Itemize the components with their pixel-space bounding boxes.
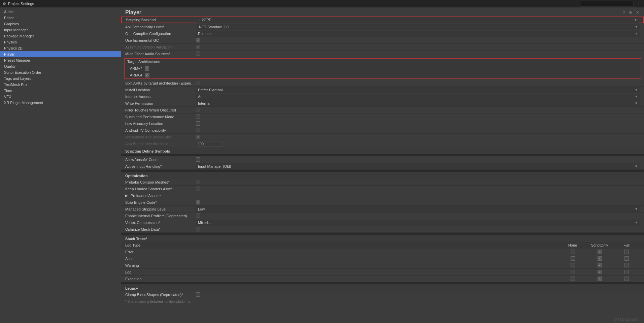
sidebar-item-audio[interactable]: Audio	[0, 9, 121, 15]
android-tv-checkbox[interactable]	[196, 128, 200, 132]
active-input-handling-dropdown[interactable]: Input Manager (Old) ▼	[196, 163, 640, 169]
content-area: Player ? ⚙ ✕ Scripting Backend IL2CPP ▼ …	[121, 7, 644, 323]
install-location-dropdown[interactable]: Prefer External ▼	[196, 87, 640, 93]
sidebar-item-tags-and-layers[interactable]: Tags and Layers	[0, 75, 121, 82]
search-input[interactable]	[580, 1, 634, 6]
error-none-checkbox[interactable]	[571, 250, 575, 254]
clamp-blendshapes-checkbox[interactable]	[196, 292, 200, 297]
vertex-compression-label: Vertex Compression*	[125, 221, 196, 225]
assembly-version-checkbox[interactable]	[196, 45, 200, 49]
assert-none-checkbox[interactable]	[571, 256, 575, 261]
low-accuracy-checkbox[interactable]	[196, 121, 200, 126]
stack-trace-label: Stack Trace*	[125, 237, 147, 241]
sidebar-item-package-manager[interactable]: Package Manager	[0, 33, 121, 39]
active-input-handling-value: Input Manager (Old)	[198, 164, 231, 168]
sidebar-item-xr-plugin-management[interactable]: XR Plugin Management	[0, 100, 121, 106]
full-col-header: Full	[613, 243, 640, 247]
arm64-row: ARM64	[125, 72, 641, 78]
help-icon[interactable]: ?	[621, 10, 626, 15]
sidebar-item-editor[interactable]: Editor	[0, 15, 121, 21]
warning-full-checkbox[interactable]	[624, 263, 629, 267]
preloaded-assets-arrow[interactable]: ▶	[125, 194, 128, 197]
scripting-define-symbols-label: Scripting Define Symbols	[125, 149, 170, 153]
error-scriptonly-checkbox[interactable]	[598, 250, 602, 254]
sustained-perf-row: Sustained Performance Mode	[121, 114, 644, 120]
sidebar-item-textmesh-pro[interactable]: TextMesh Pro	[0, 82, 121, 88]
exception-scriptonly-checkbox[interactable]	[598, 277, 602, 281]
legacy-header: Legacy	[121, 284, 644, 291]
vertex-compression-arrow: ▼	[635, 221, 638, 224]
prebake-collision-label: Prebake Collision Meshes*	[125, 180, 196, 184]
app-bundle-threshold-input[interactable]	[196, 141, 223, 147]
api-compat-dropdown[interactable]: .NET Standard 2.0 ▼	[196, 24, 640, 30]
settings-icon-top[interactable]: ⚙	[628, 10, 633, 15]
use-incremental-gc-checkbox[interactable]	[196, 38, 200, 42]
sidebar-item-script-execution-order[interactable]: Script Execution Order	[0, 69, 121, 75]
optimize-mesh-label: Optimize Mesh Data*	[125, 227, 196, 231]
write-permission-dropdown[interactable]: Internal ▼	[196, 100, 640, 106]
write-permission-arrow: ▼	[635, 101, 638, 105]
assert-full-checkbox[interactable]	[624, 256, 629, 261]
warning-none-checkbox[interactable]	[571, 263, 575, 267]
internet-access-label: Internet Access	[125, 95, 196, 99]
sidebar-item-vfx[interactable]: VFX	[0, 94, 121, 100]
log-full-checkbox[interactable]	[624, 270, 629, 274]
sidebar-item-player[interactable]: Player	[0, 51, 121, 57]
exception-full-checkbox[interactable]	[624, 277, 629, 281]
internet-access-arrow: ▼	[635, 95, 638, 98]
internet-access-dropdown[interactable]: Auto ▼	[196, 94, 640, 100]
stack-trace-header-row: Log Type None ScriptOnly Full	[121, 242, 644, 249]
allow-unsafe-checkbox[interactable]	[196, 157, 200, 162]
sidebar: Audio Editor Graphics Input Manager Pack…	[0, 7, 121, 323]
enable-internal-profiler-checkbox[interactable]	[196, 214, 200, 218]
sidebar-item-graphics[interactable]: Graphics	[0, 21, 121, 27]
optimize-mesh-checkbox[interactable]	[196, 227, 200, 231]
managed-stripping-dropdown[interactable]: Low ▼	[196, 206, 640, 212]
warn-app-bundle-checkbox[interactable]	[196, 135, 200, 139]
vertex-compression-value: Mixed...	[198, 221, 211, 225]
log-scriptonly-checkbox[interactable]	[598, 270, 602, 274]
vertex-compression-dropdown[interactable]: Mixed... ▼	[196, 220, 640, 226]
sidebar-item-physics[interactable]: Physics	[0, 39, 121, 45]
error-full-checkbox[interactable]	[624, 250, 629, 254]
topbar-dots-icon[interactable]: ⋮	[637, 1, 641, 6]
sidebar-item-input-manager[interactable]: Input Manager	[0, 27, 121, 33]
prebake-collision-checkbox[interactable]	[196, 180, 200, 184]
armv7-row: ARMv7	[125, 65, 641, 72]
filter-touches-label: Filter Touches When Obscured	[125, 108, 196, 112]
warn-app-bundle-row: Warn about App Bundle size	[121, 134, 644, 140]
warning-scriptonly-checkbox[interactable]	[598, 263, 602, 267]
assert-scriptonly-checkbox[interactable]	[598, 256, 602, 261]
sidebar-item-time[interactable]: Time	[0, 88, 121, 94]
sidebar-item-quality[interactable]: Quality	[0, 63, 121, 69]
mute-audio-checkbox[interactable]	[196, 52, 200, 56]
cpp-compiler-dropdown[interactable]: Release ▼	[196, 31, 640, 37]
sustained-perf-checkbox[interactable]	[196, 115, 200, 119]
close-icon[interactable]: ✕	[635, 10, 640, 15]
active-input-handling-row: Active Input Handling* Input Manager (Ol…	[121, 163, 644, 170]
armv7-checkbox[interactable]	[145, 66, 149, 71]
title-bar-right: ⋮	[580, 1, 641, 6]
filter-touches-checkbox[interactable]	[196, 108, 200, 112]
stack-trace-error-row: Error	[121, 249, 644, 255]
warning-scriptonly-col	[586, 263, 613, 267]
log-none-checkbox[interactable]	[571, 270, 575, 274]
strip-engine-code-checkbox[interactable]	[196, 200, 200, 204]
error-none-col	[559, 250, 586, 254]
arm64-checkbox[interactable]	[145, 73, 149, 77]
exception-none-checkbox[interactable]	[571, 277, 575, 281]
active-input-handling-arrow: ▼	[635, 164, 638, 168]
keep-shaders-checkbox[interactable]	[196, 187, 200, 191]
scripting-backend-dropdown[interactable]: IL2CPP ▼	[197, 17, 639, 23]
sidebar-item-preset-manager[interactable]: Preset Manager	[0, 57, 121, 63]
exception-label: Exception	[125, 277, 559, 281]
warning-full-col	[613, 263, 640, 267]
use-incremental-gc-row: Use Incremental GC	[121, 37, 644, 44]
strip-engine-code-row: Strip Engine Code*	[121, 199, 644, 206]
sidebar-item-physics-2d[interactable]: Physics 2D	[0, 45, 121, 51]
split-apks-checkbox[interactable]	[196, 81, 200, 85]
warning-label: Warning	[125, 263, 559, 267]
api-compat-label: Api Compatibility Level*	[125, 25, 196, 29]
shared-setting-note: * Shared setting between multiple platfo…	[121, 298, 644, 305]
enable-internal-profiler-label: Enable Internal Profiler* (Deprecated)	[125, 214, 196, 218]
